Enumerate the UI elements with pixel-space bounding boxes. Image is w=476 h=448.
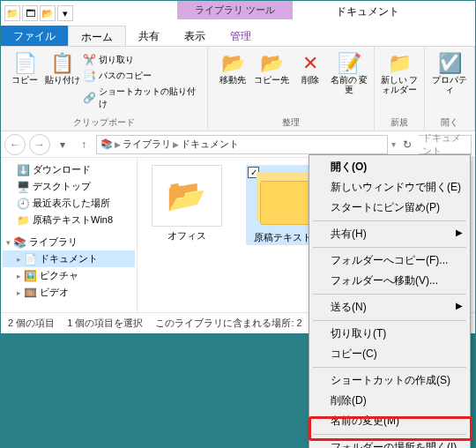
moveto-button[interactable]: 📂移動先 (213, 50, 252, 115)
tree-libraries[interactable]: ▾📚ライブラリ (3, 234, 135, 250)
titlebar: 📁 🗔 📂 ▾ ライブラリ ツール ドキュメント (1, 1, 475, 26)
tree-genkou[interactable]: 📁原稿テキストWin8 (3, 212, 135, 228)
tree-downloads[interactable]: ⬇️ダウンロード (3, 161, 135, 178)
ribbon-group-organize: 📂移動先 📂コピー先 ✕削除 📝名前の 変更 整理 (208, 47, 375, 131)
tab-manage[interactable]: 管理 (218, 26, 264, 46)
ctx-pin-start[interactable]: スタートにピン留め(P) (311, 198, 468, 218)
chevron-down-icon: ▾ (6, 238, 11, 247)
breadcrumb[interactable]: 📚 ▶ ライブラリ ▶ ドキュメント (96, 135, 388, 154)
breadcrumb-root-icon: 📚 (100, 138, 113, 150)
ctx-open[interactable]: 開く(O) (311, 157, 468, 177)
status-selected: 1 個の項目を選択 (67, 317, 143, 330)
delete-icon: ✕ (302, 54, 318, 73)
delete-button[interactable]: ✕削除 (291, 50, 330, 115)
tab-home[interactable]: ホーム (68, 26, 126, 46)
chevron-right-icon: ▸ (17, 255, 21, 264)
dropdown-icon[interactable]: ▾ (57, 5, 73, 21)
cut-icon: ✂️ (83, 54, 96, 66)
chevron-right-icon: ▶ (456, 301, 463, 310)
properties-button[interactable]: ☑️プロパティ (430, 50, 469, 115)
copyto-icon: 📂 (260, 54, 284, 73)
tree-documents[interactable]: ▸📄ドキュメント (3, 250, 135, 267)
chevron-right-icon: ▶ (173, 140, 179, 149)
separator (313, 320, 466, 321)
video-icon: 🎞️ (24, 287, 37, 299)
nav-tree: ⬇️ダウンロード 🖥️デスクトップ 🕘最近表示した場所 📁原稿テキストWin8 … (1, 158, 138, 312)
ctx-open-location[interactable]: フォルダーの場所を開く(I) (311, 437, 468, 448)
nav-up-button[interactable]: ↑ (75, 138, 93, 151)
separator (313, 294, 466, 295)
rename-button[interactable]: 📝名前の 変更 (330, 50, 368, 115)
ctx-open-new[interactable]: 新しいウィンドウで開く(E) (311, 177, 468, 198)
ctx-shortcut[interactable]: ショートカットの作成(S) (311, 370, 468, 391)
ribbon-group-clipboard: 📄コピー 📋貼り付け ✂️切り取り 📑パスのコピー 🔗ショートカットの貼り付け … (1, 47, 208, 131)
moveto-icon: 📂 (221, 54, 245, 73)
tree-pictures[interactable]: ▸🖼️ピクチャ (3, 267, 135, 284)
window-title: ドキュメント (336, 4, 399, 19)
context-menu: 開く(O) 新しいウィンドウで開く(E) スタートにピン留め(P) 共有(H)▶… (309, 154, 471, 448)
nav-back-button[interactable]: ← (4, 134, 26, 155)
pasteshortcut-button[interactable]: 🔗ショートカットの貼り付け (83, 86, 200, 110)
breadcrumb-seg-documents[interactable]: ドキュメント (181, 138, 239, 151)
separator (313, 367, 466, 368)
rename-icon: 📝 (338, 54, 361, 73)
search-box[interactable]: ドキュメント (419, 135, 472, 154)
download-icon: ⬇️ (17, 164, 30, 176)
ctx-share[interactable]: 共有(H)▶ (311, 224, 468, 244)
breadcrumb-dropdown[interactable]: ▾ (391, 139, 396, 149)
folder-item-office[interactable]: 📂 オフィス (145, 165, 228, 242)
ctx-cut[interactable]: 切り取り(T) (311, 324, 468, 344)
newfolder-icon: 📁 (388, 54, 412, 73)
ctx-rename[interactable]: 名前の変更(M) (311, 411, 468, 431)
tab-file[interactable]: ファイル (1, 26, 68, 46)
ctx-copy-folder[interactable]: フォルダーへコピー(F)... (311, 250, 468, 271)
ctx-copy[interactable]: コピー(C) (311, 344, 468, 364)
ribbon: 📄コピー 📋貼り付け ✂️切り取り 📑パスのコピー 🔗ショートカットの貼り付け … (1, 47, 475, 131)
ctx-send-to[interactable]: 送る(N)▶ (311, 297, 468, 317)
chevron-right-icon: ▸ (17, 288, 21, 297)
ribbon-tabs: ファイル ホーム 共有 表示 管理 (1, 26, 475, 47)
library-icon: 📚 (13, 236, 26, 249)
desktop-icon: 🖥️ (17, 181, 30, 193)
properties-icon[interactable]: 🗔 (22, 5, 38, 21)
ctx-move-folder[interactable]: フォルダーへ移動(V)... (311, 271, 468, 291)
nav-history-dropdown[interactable]: ▾ (54, 138, 71, 151)
copy-button[interactable]: 📄コピー (6, 50, 43, 115)
folder-icon: 📁 (17, 214, 30, 227)
separator (313, 220, 466, 221)
ctx-delete[interactable]: 削除(D) (311, 391, 468, 411)
folder-icon: 📁 (4, 5, 20, 21)
copy-icon: 📄 (13, 54, 37, 73)
paste-icon: 📋 (50, 54, 74, 73)
copyto-button[interactable]: 📂コピー先 (252, 50, 291, 115)
chevron-right-icon: ▶ (115, 140, 121, 149)
cut-button[interactable]: ✂️切り取り (83, 54, 200, 66)
tree-recent[interactable]: 🕘最近表示した場所 (3, 195, 135, 212)
new-folder-icon[interactable]: 📂 (40, 5, 56, 21)
picture-icon: 🖼️ (24, 270, 37, 282)
ribbon-group-open: ☑️プロパティ 開く (425, 47, 475, 131)
newfolder-button[interactable]: 📁新しい フォルダー (380, 50, 419, 115)
properties-icon: ☑️ (438, 54, 462, 73)
quick-access-toolbar: 📁 🗔 📂 ▾ (1, 5, 73, 21)
chevron-right-icon: ▸ (17, 272, 21, 280)
nav-forward-button[interactable]: → (29, 134, 50, 155)
tree-videos[interactable]: ▸🎞️ビデオ (3, 284, 135, 301)
path-icon: 📑 (83, 70, 96, 82)
ribbon-group-new: 📁新しい フォルダー 新規 (375, 47, 425, 131)
status-count: 2 個の項目 (8, 317, 55, 330)
separator (313, 434, 466, 435)
breadcrumb-seg-libraries[interactable]: ライブラリ (123, 138, 171, 151)
recent-icon: 🕘 (17, 198, 30, 210)
item-label: オフィス (167, 230, 206, 242)
copypath-button[interactable]: 📑パスのコピー (83, 70, 200, 82)
status-library: このライブラリに含まれる場所: 2 (155, 317, 301, 330)
tree-desktop[interactable]: 🖥️デスクトップ (3, 178, 135, 195)
separator (313, 247, 466, 248)
folder-thumb: 📂 (152, 165, 222, 227)
refresh-button[interactable]: ↻ (399, 138, 415, 151)
paste-button[interactable]: 📋貼り付け (43, 50, 80, 115)
document-icon: 📄 (24, 253, 37, 265)
tab-share[interactable]: 共有 (126, 26, 172, 46)
tab-view[interactable]: 表示 (172, 26, 218, 46)
